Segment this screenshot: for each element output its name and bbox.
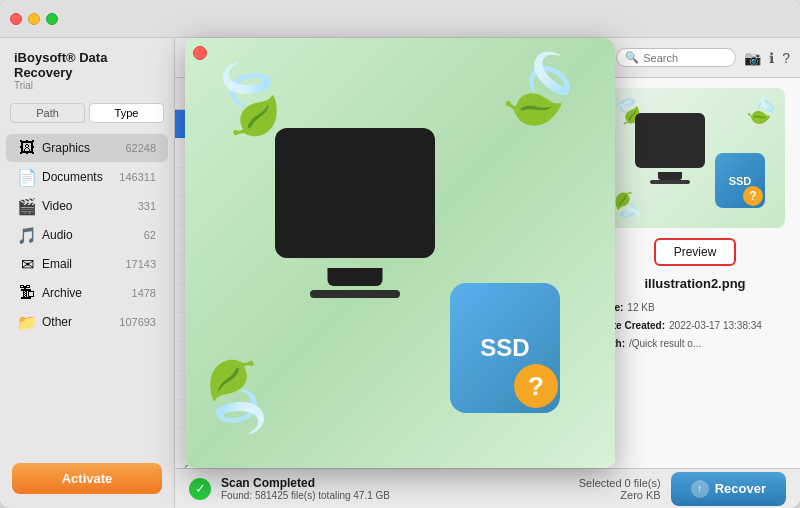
preview-meta: Size: 12 KB Date Created: 2022-03-17 13:… <box>600 299 790 353</box>
recover-button[interactable]: ↑ Recover <box>671 472 786 506</box>
sidebar: iBoysoft® Data Recovery Trial Path Type … <box>0 38 175 508</box>
meta-date-row: Date Created: 2022-03-17 13:38:34 <box>600 317 790 335</box>
scan-status-text: Scan Completed Found: 581425 file(s) tot… <box>221 476 390 501</box>
meta-size-row: Size: 12 KB <box>600 299 790 317</box>
titlebar <box>0 0 800 38</box>
sidebar-item-label-video: Video <box>42 199 138 213</box>
big-mac-monitor <box>275 128 435 258</box>
overlay-close-button[interactable] <box>193 46 207 60</box>
activate-area: Activate <box>0 453 174 508</box>
sidebar-item-other[interactable]: 📁 Other 107693 <box>6 308 168 336</box>
preview-button[interactable]: Preview <box>654 238 737 266</box>
sidebar-item-documents[interactable]: 📄 Documents 146311 <box>6 163 168 191</box>
meta-size-value: 12 KB <box>627 299 654 317</box>
selected-size: Zero KB <box>579 489 661 501</box>
sidebar-item-label-audio: Audio <box>42 228 144 242</box>
sidebar-item-label-documents: Documents <box>42 170 119 184</box>
scan-detail: Found: 581425 file(s) totaling 47.1 GB <box>221 490 390 501</box>
traffic-lights <box>10 13 58 25</box>
ssd-question-mark: ? <box>743 186 763 206</box>
minimize-button[interactable] <box>28 13 40 25</box>
app-title: iBoysoft® Data Recovery <box>14 50 160 80</box>
other-icon: 📁 <box>18 313 36 331</box>
sidebar-item-archive[interactable]: 🗜 Archive 1478 <box>6 279 168 307</box>
sidebar-tabs: Path Type <box>0 97 174 129</box>
audio-icon: 🎵 <box>18 226 36 244</box>
sidebar-item-count-archive: 1478 <box>132 287 156 299</box>
sidebar-item-graphics[interactable]: 🖼 Graphics 62248 <box>6 134 168 162</box>
image-overlay-popup: 🍃 🍃 🍃 SSD ? <box>185 38 615 468</box>
video-icon: 🎬 <box>18 197 36 215</box>
tab-path[interactable]: Path <box>10 103 85 123</box>
sidebar-header: iBoysoft® Data Recovery Trial <box>0 38 174 97</box>
sidebar-item-count-email: 17143 <box>125 258 156 270</box>
camera-button[interactable]: 📷 <box>744 50 761 66</box>
sidebar-item-label-other: Other <box>42 315 119 329</box>
preview-panel: 🍃 🍃 🍃 SSD ? Preview illustration2.png S <box>590 78 800 468</box>
sidebar-item-label-archive: Archive <box>42 286 132 300</box>
help-button[interactable]: ? <box>782 50 790 66</box>
scan-title: Scan Completed <box>221 476 390 490</box>
overlay-image-content: 🍃 🍃 🍃 SSD ? <box>185 38 615 468</box>
search-input[interactable] <box>643 52 723 64</box>
sidebar-item-count-other: 107693 <box>119 316 156 328</box>
sidebar-items: 🖼 Graphics 62248 📄 Documents 146311 🎬 Vi… <box>0 129 174 453</box>
meta-path-value: /Quick result o... <box>629 335 701 353</box>
sidebar-item-email[interactable]: ✉ Email 17143 <box>6 250 168 278</box>
sidebar-item-label-graphics: Graphics <box>42 141 125 155</box>
statusbar: ✓ Scan Completed Found: 581425 file(s) t… <box>175 468 800 508</box>
app-subtitle: Trial <box>14 80 160 91</box>
big-question-mark: ? <box>514 364 558 408</box>
close-button[interactable] <box>10 13 22 25</box>
recover-icon: ↑ <box>691 480 709 498</box>
preview-filename: illustration2.png <box>644 276 745 291</box>
graphics-icon: 🖼 <box>18 139 36 157</box>
activate-button[interactable]: Activate <box>12 463 162 494</box>
scan-complete-icon: ✓ <box>189 478 211 500</box>
sidebar-item-audio[interactable]: 🎵 Audio 62 <box>6 221 168 249</box>
documents-icon: 📄 <box>18 168 36 186</box>
archive-icon: 🗜 <box>18 284 36 302</box>
big-leaf-bl: 🍃 <box>185 344 293 451</box>
meta-path-row: Path: /Quick result o... <box>600 335 790 353</box>
maximize-button[interactable] <box>46 13 58 25</box>
meta-date-value: 2022-03-17 13:38:34 <box>669 317 762 335</box>
recover-btn-label: Recover <box>715 481 766 496</box>
selected-count: Selected 0 file(s) <box>579 477 661 489</box>
search-box: 🔍 <box>616 48 736 67</box>
sidebar-item-count-video: 331 <box>138 200 156 212</box>
preview-image-area: 🍃 🍃 🍃 SSD ? <box>605 88 785 228</box>
sidebar-item-label-email: Email <box>42 257 125 271</box>
email-icon: ✉ <box>18 255 36 273</box>
sidebar-item-count-documents: 146311 <box>119 171 156 183</box>
mac-monitor <box>635 113 705 168</box>
leaf-decoration-tr: 🍃 <box>739 88 785 133</box>
sidebar-item-count-graphics: 62248 <box>125 142 156 154</box>
selected-info: Selected 0 file(s) Zero KB <box>579 477 661 501</box>
search-icon: 🔍 <box>625 51 639 64</box>
sidebar-item-video[interactable]: 🎬 Video 331 <box>6 192 168 220</box>
sidebar-item-count-audio: 62 <box>144 229 156 241</box>
tab-type[interactable]: Type <box>89 103 164 123</box>
info-button[interactable]: ℹ <box>769 50 774 66</box>
big-leaf-tr: 🍃 <box>485 38 599 145</box>
